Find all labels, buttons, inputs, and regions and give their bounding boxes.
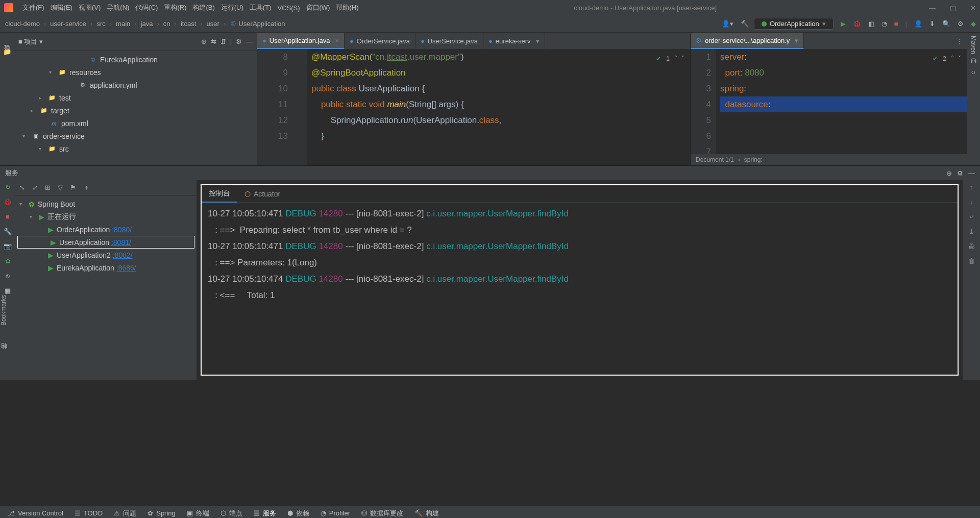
bottom-tool-终端[interactable]: ▣终端 (187, 509, 209, 518)
down-icon[interactable]: ↓ (970, 198, 973, 206)
breadcrumb-item[interactable]: itcast (180, 20, 197, 28)
console-tab[interactable]: 控制台 (202, 185, 237, 203)
plugin-icon[interactable]: ◆ (971, 20, 976, 28)
focus-icon[interactable]: ⊕ (946, 169, 952, 177)
editor-tab[interactable]: ●OrderService.java (345, 33, 415, 49)
maximize-icon[interactable]: ▢ (950, 4, 956, 12)
wrap-icon[interactable]: ⤶ (969, 213, 974, 220)
gear-icon[interactable]: ⚙ (957, 169, 963, 177)
breadcrumb-item[interactable]: cn (162, 20, 172, 28)
service-running[interactable]: ▾▶正在运行 (15, 210, 197, 223)
bottom-tool-服务[interactable]: ☰服务 (254, 509, 276, 518)
tag-icon[interactable]: ⚑ (70, 184, 76, 191)
bottom-tool-构建[interactable]: 🔨构建 (414, 509, 439, 518)
menu-item[interactable]: 构建(B) (189, 2, 217, 14)
breadcrumb[interactable]: cloud-demo›user-service›src›main›java›cn… (4, 20, 286, 28)
breadcrumb-item[interactable]: main (115, 20, 131, 28)
service-group[interactable]: ▾✿Spring Boot (15, 198, 197, 210)
minimize-icon[interactable]: ― (929, 4, 936, 12)
service-app[interactable]: ▶EurekaApplication :8686/ (15, 261, 197, 274)
menu-item[interactable]: 文件(F) (19, 2, 47, 14)
structure-tool-button[interactable]: 结构 (0, 350, 9, 358)
breadcrumb-item[interactable]: © UserApplication (229, 20, 286, 28)
yaml-editor[interactable]: 1234567 server: port: 8080spring: dataso… (691, 49, 967, 154)
actuator-tab[interactable]: ⬡Actuator (237, 185, 287, 203)
user-icon[interactable]: 👤▾ (722, 20, 733, 28)
bottom-tool-端点[interactable]: ⬡端点 (220, 509, 242, 518)
menu-item[interactable]: 导航(N) (104, 2, 132, 14)
profile-icon[interactable]: ◔ (881, 20, 887, 28)
tree-item[interactable]: ▾▣order-service (14, 130, 257, 142)
editor-tab[interactable]: ⚙order-service\...\application.y▾ (691, 33, 804, 49)
services-tree[interactable]: ▾✿Spring Boot▾▶正在运行▶OrderApplication :80… (15, 195, 197, 380)
bottom-tool-依赖[interactable]: ⬢依赖 (287, 509, 309, 518)
breadcrumb-item[interactable]: java (140, 20, 154, 28)
hammer-icon[interactable]: 🔨 (741, 20, 749, 28)
hide-icon[interactable]: — (246, 38, 253, 45)
editor-tab[interactable]: ●eureka-serv▾ (483, 33, 545, 49)
db-icon[interactable]: ⛁ (971, 57, 976, 65)
menu-item[interactable]: VCS(S) (274, 3, 303, 13)
folder-icon[interactable]: 📁 (3, 48, 11, 56)
coverage-icon[interactable]: ◧ (868, 20, 874, 28)
collapse-all-icon[interactable]: ⤢ (32, 184, 38, 191)
service-app[interactable]: ▶OrderApplication :8080/ (15, 223, 197, 236)
breadcrumb-item[interactable]: user (206, 20, 220, 28)
more-icon[interactable]: ⋮ (952, 37, 967, 45)
menu-item[interactable]: 工具(T) (247, 2, 275, 14)
collapse-icon[interactable]: ⇵ (220, 38, 226, 45)
bottom-tool-Profiler[interactable]: ◔Profiler (321, 509, 350, 517)
breadcrumb-item[interactable]: user-service (49, 20, 87, 28)
tree-item[interactable]: ▸📁target (14, 104, 257, 117)
menu-item[interactable]: 代码(C) (132, 2, 161, 14)
tree-item[interactable]: ⚙application.yml (14, 79, 257, 91)
bottom-tool-问题[interactable]: ⚠问题 (114, 509, 136, 518)
debug-icon[interactable]: 🐞 (853, 20, 861, 28)
menu-item[interactable]: 重构(R) (161, 2, 189, 14)
updates-icon[interactable]: ⬇ (929, 20, 935, 28)
tree-item[interactable]: mpom.xml (14, 117, 257, 130)
locate-icon[interactable]: ⊕ (201, 38, 207, 45)
run-icon[interactable]: ▶ (841, 20, 846, 28)
expand-all-icon[interactable]: ⤡ (19, 184, 25, 191)
tree-item[interactable]: ©EurekaApplication (14, 53, 257, 66)
stop-icon[interactable]: ■ (894, 20, 898, 28)
gear-icon[interactable]: ⚙ (236, 38, 242, 45)
editor-tab[interactable]: ●UserService.java (415, 33, 483, 49)
menu-item[interactable]: 窗口(W) (303, 2, 333, 14)
hide-icon[interactable]: — (968, 169, 975, 177)
menu-item[interactable]: 运行(U) (218, 2, 247, 14)
avatar-icon[interactable]: 👤 (914, 20, 922, 28)
editor-tab[interactable]: ●UserApplication.java× (257, 33, 345, 49)
print-icon[interactable]: 🖶 (968, 242, 975, 250)
bottom-tool-Spring[interactable]: ✿Spring (148, 509, 176, 517)
project-tool-button[interactable]: 项目 (3, 37, 11, 43)
bottom-tool-Version Control[interactable]: ⎇Version Control (7, 509, 63, 517)
breadcrumb-item[interactable]: src (95, 20, 106, 28)
run-config-dropdown[interactable]: OrderApplication ▾ (754, 18, 834, 30)
menu-item[interactable]: 编辑(E) (47, 2, 76, 14)
service-app[interactable]: ▶UserApplication2 :8082/ (15, 249, 197, 261)
service-app[interactable]: ▶UserApplication :8081/ (17, 236, 194, 249)
bottom-tool-TODO[interactable]: ☰TODO (75, 509, 103, 517)
breadcrumb-item[interactable]: cloud-demo (4, 20, 41, 28)
menu-item[interactable]: 视图(V) (76, 2, 104, 14)
tree-item[interactable]: ▾📁src (14, 142, 257, 155)
project-tree[interactable]: ©EurekaApplication▾📁resources⚙applicatio… (14, 51, 257, 165)
settings-icon[interactable]: ⚙ (958, 20, 964, 28)
code-editor[interactable]: 8910111213 @MapperScan("cn.itcast.user.m… (257, 49, 690, 165)
tree-item[interactable]: ▾📁resources (14, 66, 257, 79)
bookmarks-tool-button[interactable]: Bookmarks (0, 291, 7, 330)
console-output[interactable]: 10-27 10:05:10:471 DEBUG 14280 --- [nio-… (202, 203, 958, 375)
bottom-tool-数据库更改[interactable]: ⛁数据库更改 (361, 509, 403, 518)
up-icon[interactable]: ↑ (970, 183, 973, 191)
trash-icon[interactable]: 🗑 (968, 257, 975, 265)
scroll-icon[interactable]: ⤓ (969, 228, 974, 235)
search-icon[interactable]: 🔍 (942, 20, 950, 28)
tree-item[interactable]: ▸📁test (14, 91, 257, 104)
expand-icon[interactable]: ⇆ (211, 38, 216, 45)
add-icon[interactable]: ＋ (83, 183, 90, 192)
filter-icon[interactable]: ▽ (58, 184, 63, 191)
notif-icon[interactable]: ☼ (970, 68, 976, 76)
group-icon[interactable]: ⊞ (45, 184, 51, 191)
